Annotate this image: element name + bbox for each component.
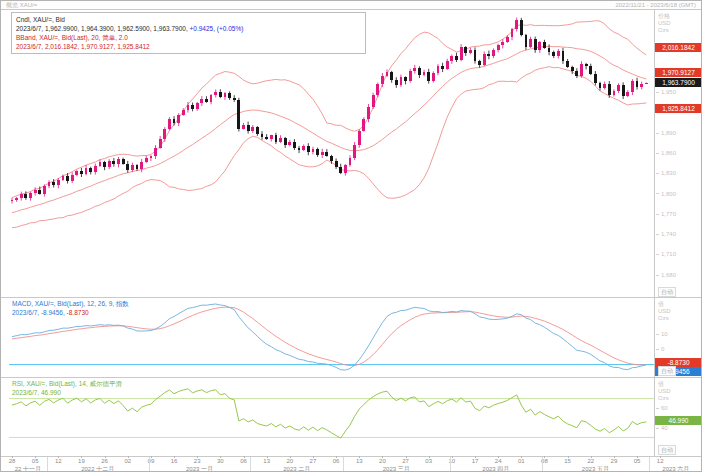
- macd-axis-title: 值 USD Ozs: [658, 301, 671, 322]
- scale-mode-auto-macd[interactable]: 自动: [658, 366, 676, 376]
- week-label: 17: [472, 458, 479, 464]
- price-chart-svg: [1, 1, 702, 472]
- week-label: 05: [634, 458, 641, 464]
- rsi-axis-title: 值 USD Ozs: [658, 381, 671, 402]
- pane-border-macd: [1, 297, 701, 298]
- main-legend-box: Cndl, XAU/=, Bid 2023/6/7, 1,962.9900, 1…: [11, 12, 366, 54]
- month-label: 22 十一月: [15, 465, 41, 472]
- week-label: 01: [518, 458, 525, 464]
- week-label: 12: [657, 458, 664, 464]
- week-label: 12: [55, 458, 62, 464]
- y-axis-tick: 1,890: [656, 130, 698, 136]
- week-label: 02: [124, 458, 131, 464]
- chart-window: 概览 XAU/= 2022/11/21 - 2023/6/18 (GMT) Cn…: [0, 0, 702, 472]
- y-axis-tick: 1,800: [656, 191, 698, 197]
- rsi-legend: RSI, XAU/=, Bid(Last), 14, 威尔德平滑 2023/6/…: [12, 379, 122, 397]
- macd-legend: MACD, XAU/=, Bid(Last), 12, 26, 9, 指数 20…: [12, 299, 129, 317]
- week-label: 13: [356, 458, 363, 464]
- y-axis-tick: 1,860: [656, 150, 698, 156]
- y-axis-tick: 1,710: [656, 251, 698, 257]
- month-separator: [450, 457, 451, 472]
- month-label: 2023 五月: [582, 465, 609, 472]
- legend-ohlc: 2023/6/7, 1,962.9900, 1,964.3900, 1,962.…: [16, 24, 361, 33]
- rsi-axis-tick: 60: [656, 405, 698, 411]
- bb-upper-label: 2,016.1842: [655, 43, 702, 52]
- month-separator: [649, 457, 650, 472]
- week-label: 05: [32, 458, 39, 464]
- week-label: 28: [9, 458, 16, 464]
- week-label: 27: [310, 458, 317, 464]
- week-label: 15: [564, 458, 571, 464]
- week-label: 20: [286, 458, 293, 464]
- week-label: 30: [217, 458, 224, 464]
- week-label: 29: [611, 458, 618, 464]
- macd-axis-tick: 10: [656, 331, 698, 337]
- week-label: 13: [263, 458, 270, 464]
- last-price-label: 1,963.7900: [655, 78, 702, 87]
- window-title: 概览 XAU/=: [6, 1, 37, 9]
- month-label: 2023 四月: [482, 465, 509, 472]
- main-axis-title: 价格 USD Ozs: [658, 13, 671, 34]
- pane-border-rsi: [1, 377, 701, 378]
- macd-values: 2023/6/7, -8.9456, -8.8730: [12, 308, 129, 317]
- month-label: 2022 十二月: [81, 465, 114, 472]
- rsi-axis-tick: 40: [656, 425, 698, 431]
- y-axis-tick: 1,950: [656, 89, 698, 95]
- week-label: 22: [587, 458, 594, 464]
- week-label: 03: [425, 458, 432, 464]
- scale-mode-auto-main[interactable]: 自动: [658, 287, 676, 297]
- month-label: 2023 六月: [662, 465, 689, 472]
- month-label: 2023 二月: [283, 465, 310, 472]
- y-axis-tick: 1,680: [656, 272, 698, 278]
- title-bar: 概览 XAU/= 2022/11/21 - 2023/6/18 (GMT): [1, 1, 701, 10]
- legend-instrument: Cndl, XAU/=, Bid: [16, 15, 361, 24]
- legend-change: +0.9425, (+0.05%): [188, 25, 244, 32]
- y-axis-tick: 1,770: [656, 211, 698, 217]
- month-separator: [343, 457, 344, 472]
- week-label: 16: [171, 458, 178, 464]
- window-date-range: 2022/11/21 - 2023/6/18 (GMT): [615, 1, 696, 9]
- week-label: 23: [194, 458, 201, 464]
- week-label: 06: [333, 458, 340, 464]
- week-label: 20: [379, 458, 386, 464]
- month-label: 2023 一月: [186, 465, 213, 472]
- time-axis[interactable]: 2805121926020916233006132027061320270310…: [1, 457, 702, 472]
- legend-bband-params: BBand, XAU/=, Bid(Last), 20, 简单, 2.0: [16, 33, 361, 42]
- rsi-params: RSI, XAU/=, Bid(Last), 14, 威尔德平滑: [12, 379, 122, 388]
- bb-lower-label: 1,925.8412: [655, 104, 702, 113]
- macd-params: MACD, XAU/=, Bid(Last), 12, 26, 9, 指数: [12, 299, 129, 308]
- week-label: 27: [402, 458, 409, 464]
- scale-mode-auto-rsi[interactable]: 自动: [658, 445, 676, 455]
- y-axis-tick: 1,740: [656, 231, 698, 237]
- week-label: 24: [495, 458, 502, 464]
- rsi-values: 2023/6/7, 46.990: [12, 388, 122, 397]
- rsi-value-label: 46.990: [655, 416, 702, 425]
- month-separator: [47, 457, 48, 472]
- month-separator: [149, 457, 150, 472]
- y-axis-tick: 1,830: [656, 170, 698, 176]
- week-label: 06: [240, 458, 247, 464]
- bb-mid-label: 1,970.9127: [655, 68, 702, 77]
- month-separator: [542, 457, 543, 472]
- week-label: 19: [78, 458, 85, 464]
- macd-axis-tick: 0: [656, 346, 698, 352]
- week-label: 26: [101, 458, 108, 464]
- legend-bband-values: 2023/6/7, 2,016.1842, 1,970.9127, 1,925.…: [16, 42, 361, 51]
- month-label: 2023 三月: [383, 465, 410, 472]
- month-separator: [250, 457, 251, 472]
